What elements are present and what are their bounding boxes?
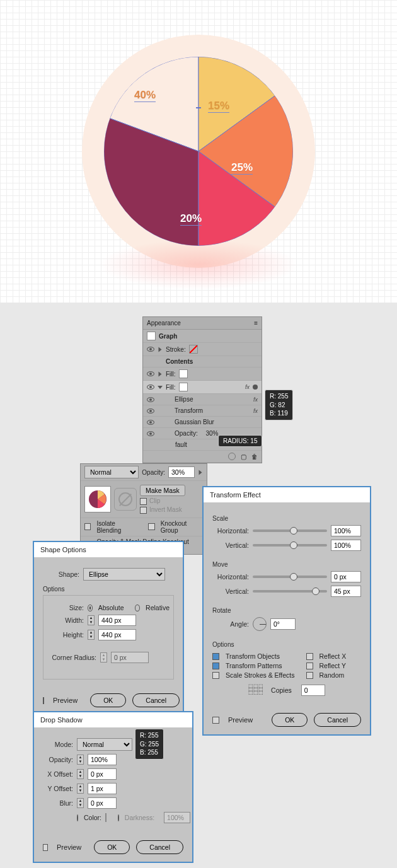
stroke-row[interactable]: Stroke: [143,343,262,356]
opacity-input[interactable] [88,754,117,765]
scale-v-slider[interactable] [253,544,327,547]
contents-row: Contents [143,356,262,367]
fx-icon[interactable]: fx [253,396,258,403]
ok-button[interactable]: OK [94,840,130,854]
random-checkbox[interactable] [306,672,313,679]
fill-swatch-white[interactable] [179,369,188,378]
slice-label-2: 25% [231,161,253,175]
color-radio[interactable] [77,814,78,821]
width-stepper[interactable]: ▲▼ [88,615,95,625]
radius-tooltip: RADIUS: 15 [218,435,262,447]
x-offset-input[interactable] [88,768,117,780]
gaussian-effect-row[interactable]: Gaussian Blur [143,417,262,428]
chevron-icon[interactable] [159,371,162,376]
angle-dial[interactable] [253,617,267,631]
no-fill-icon[interactable] [228,453,236,460]
eye-icon[interactable] [147,347,154,352]
shape-select[interactable]: Ellipse [83,568,165,581]
eye-icon[interactable] [147,385,154,390]
y-stepper[interactable]: ▲▼ [77,784,84,794]
corner-input [111,652,149,663]
ellipse-effect-row[interactable]: Ellipsefx [143,394,262,405]
transform-patterns-checkbox[interactable] [212,663,219,669]
transform-title: Transform Effect [204,487,370,502]
blend-mode-select[interactable]: Normal [84,466,139,478]
blur-input[interactable] [88,797,117,809]
move-v-input[interactable] [331,586,361,597]
darkness-input [164,812,190,823]
width-input[interactable] [98,615,136,626]
appearance-panel-header: Appearance ≡ [143,317,262,330]
preview-checkbox[interactable] [43,844,48,851]
ok-button[interactable]: OK [90,693,126,707]
cancel-button[interactable]: Cancel [132,693,180,707]
transform-effect-dialog[interactable]: Transform Effect Scale Horizontal: Verti… [202,486,371,736]
move-h-input[interactable] [331,571,361,582]
opacity-stepper[interactable]: ▲▼ [77,755,84,765]
fill-swatch-pink[interactable] [179,383,188,391]
copies-input[interactable] [301,685,325,696]
pie-shadow [98,240,299,290]
isolate-checkbox[interactable] [84,523,91,530]
ok-button[interactable]: OK [272,713,308,727]
scale-h-input[interactable] [331,525,361,536]
make-mask-button[interactable]: Make Mask [140,485,185,496]
height-input[interactable] [98,629,136,640]
eye-icon[interactable] [147,420,154,425]
panels-area: Appearance ≡ Graph Stroke: Contents Fill… [0,303,397,868]
artwork-thumbnail[interactable] [84,486,111,512]
eye-icon[interactable] [147,431,154,436]
eye-icon[interactable] [147,397,154,402]
graph-label: Graph [159,333,177,340]
reflect-y-checkbox[interactable] [306,663,313,669]
reflect-x-checkbox[interactable] [306,653,313,660]
drop-shadow-dialog[interactable]: Drop Shadow Mode:Normal Opacity:▲▼ X Off… [33,711,193,863]
relative-radio[interactable] [135,605,140,611]
move-h-slider[interactable] [253,576,327,578]
new-icon[interactable]: ▢ [241,453,246,460]
fill-row-2[interactable]: Fill:fx [143,381,262,394]
mask-thumbnail[interactable] [114,488,137,511]
color-swatch[interactable] [105,813,106,822]
cancel-button[interactable]: Cancel [136,840,183,854]
panel-menu-icon[interactable]: ≡ [254,320,258,327]
opacity-input[interactable] [168,466,195,478]
eye-icon[interactable] [147,408,154,414]
none-swatch[interactable] [189,345,198,354]
chevron-down-icon[interactable] [158,386,163,389]
scale-h-slider[interactable] [253,529,327,532]
move-v-slider[interactable] [253,590,327,593]
fill-row-1[interactable]: Fill: [143,367,262,381]
target-icon[interactable] [253,385,258,390]
preview-checkbox[interactable] [43,697,44,704]
fx-icon[interactable]: fx [253,408,258,414]
cancel-button[interactable]: Cancel [314,713,361,727]
height-stepper[interactable]: ▲▼ [88,630,95,640]
shape-options-title: Shape Options [34,542,183,557]
transform-objects-checkbox[interactable] [212,653,219,660]
shape-options-dialog[interactable]: Shape Options Shape:Ellipse Options Size… [33,541,184,716]
rgb-tooltip: R: 255G: 82B: 119 [265,390,293,420]
scale-v-input[interactable] [331,540,361,551]
graph-row[interactable]: Graph [143,330,262,343]
trash-icon[interactable]: 🗑 [251,453,258,460]
slice-label-3: 20% [180,212,202,226]
angle-input[interactable] [270,618,296,630]
scale-strokes-checkbox[interactable] [212,672,219,679]
anchor-grid-icon[interactable]: ⬚⬚⬚⬚⬚⬚⬚⬚⬚ [248,685,260,696]
mode-select[interactable]: Normal [77,738,132,751]
preview-checkbox[interactable] [212,717,219,724]
appearance-footer: ▢ 🗑 [143,451,262,463]
absolute-radio[interactable] [88,605,93,611]
fx-icon[interactable]: fx [245,384,250,390]
transform-effect-row[interactable]: Transformfx [143,405,262,417]
chevron-icon[interactable] [159,347,162,352]
rgb-tooltip-white: R: 255G: 255B: 255 [135,729,164,760]
blur-stepper[interactable]: ▲▼ [77,798,84,808]
darkness-radio[interactable] [118,814,119,821]
x-stepper[interactable]: ▲▼ [77,769,84,779]
y-offset-input[interactable] [88,783,117,794]
pie-chart-canvas: 40% 15% 25% 20% [0,0,397,303]
knockout-checkbox[interactable] [148,523,154,530]
eye-icon[interactable] [147,371,154,376]
